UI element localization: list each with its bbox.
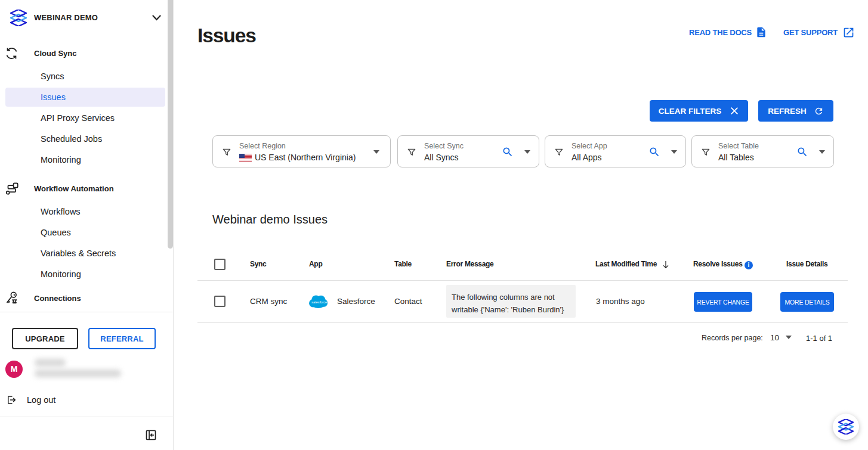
svg-text:salesforce: salesforce	[311, 300, 327, 304]
